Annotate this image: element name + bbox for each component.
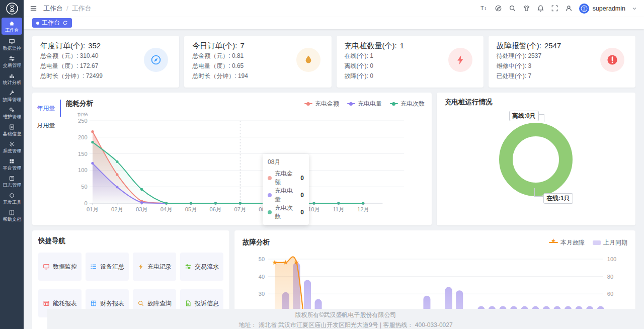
svg-text:200: 200 bbox=[78, 134, 88, 140]
devtools-icon bbox=[9, 192, 15, 199]
stat-card-line: 故障(个): 0 bbox=[345, 71, 475, 81]
sidebar-item-11[interactable]: 帮助文档 bbox=[1, 207, 23, 224]
sidebar-item-3[interactable]: 统计分析 bbox=[1, 70, 23, 87]
grid-icon bbox=[9, 158, 15, 164]
wrench-icon bbox=[9, 90, 15, 96]
svg-text:01月: 01月 bbox=[87, 206, 99, 212]
sidebar-item-label: 日志管理 bbox=[3, 182, 21, 187]
svg-text:★: ★ bbox=[272, 259, 278, 266]
sidebar-item-label: 数据监控 bbox=[3, 45, 21, 50]
sidebar: 工作台数据监控交易管理统计分析故障管理维护管理基础信息系统管理平台管理日志管理开… bbox=[0, 0, 24, 329]
quick-nav-2[interactable]: 充电记录 bbox=[133, 253, 176, 281]
stats-icon bbox=[9, 72, 15, 79]
sidebar-item-6[interactable]: 基础信息 bbox=[1, 121, 23, 138]
list-icon bbox=[90, 263, 97, 270]
online-label-connector bbox=[534, 188, 543, 197]
svg-text:t: t bbox=[485, 6, 486, 11]
pile-status-chart: 离线:0只 在线:1只 bbox=[445, 107, 627, 222]
log-icon bbox=[9, 175, 15, 182]
stat-card-0: 年度订单(个):352总金额（元）: 310.40总电量（度）: 172.67总… bbox=[32, 36, 179, 88]
svg-text:07月: 07月 bbox=[234, 206, 246, 212]
sidebar-item-7[interactable]: 系统管理 bbox=[1, 138, 23, 155]
fault-legend: ★本月故障上月同期 bbox=[549, 238, 627, 247]
app-logo bbox=[0, 0, 24, 17]
username[interactable]: superadmin bbox=[593, 5, 625, 12]
svg-text:05月: 05月 bbox=[185, 206, 197, 212]
svg-text:40: 40 bbox=[259, 274, 265, 280]
chevron-down-icon[interactable] bbox=[632, 6, 637, 11]
svg-text:06月: 06月 bbox=[210, 206, 222, 212]
profile-icon[interactable] bbox=[565, 5, 573, 12]
breadcrumb-separator: / bbox=[66, 5, 68, 12]
legend-item[interactable]: ★本月故障 bbox=[549, 238, 585, 247]
gears-icon bbox=[9, 107, 15, 113]
tab-workbench[interactable]: 工作台 bbox=[32, 18, 72, 28]
guide-icon[interactable] bbox=[495, 5, 502, 12]
refresh-icon bbox=[62, 20, 68, 26]
main-area: 工作台 / 工作台 Tt superadmin 工作台 年度订单(个): bbox=[24, 0, 644, 329]
energy-analysis-card: 年用量月用量 能耗分析 充电金额充电电量充电次数 050100150200250… bbox=[32, 93, 432, 225]
svg-text:10月: 10月 bbox=[308, 206, 320, 212]
sidebar-item-label: 故障管理 bbox=[3, 97, 21, 102]
stat-card-line: 总时长（分钟）: 194 bbox=[192, 71, 323, 81]
sidebar-item-label: 帮助文档 bbox=[3, 216, 21, 221]
svg-text:价格: 价格 bbox=[77, 113, 88, 117]
pile-status-card: 充电桩运行情况 离线:0只 在线:1只 bbox=[437, 93, 635, 225]
sidebar-item-5[interactable]: 维护管理 bbox=[1, 104, 23, 121]
legend-item[interactable]: 充电电量 bbox=[347, 100, 382, 108]
svg-text:50: 50 bbox=[81, 184, 87, 190]
energy-tab-0[interactable]: 年用量 bbox=[32, 100, 61, 117]
sidebar-item-10[interactable]: 开发工具 bbox=[1, 190, 23, 207]
active-tab-dot bbox=[36, 22, 39, 25]
legend-item[interactable]: 上月同期 bbox=[593, 238, 627, 247]
quick-nav-0[interactable]: 数据监控 bbox=[38, 253, 82, 281]
donut-ring bbox=[499, 123, 573, 196]
search-icon[interactable] bbox=[509, 5, 516, 12]
tooltip-row: 充电金额0 bbox=[268, 170, 304, 187]
breadcrumb-root[interactable]: 工作台 bbox=[43, 4, 63, 13]
sidebar-item-2[interactable]: 交易管理 bbox=[1, 53, 23, 70]
legend-item[interactable]: 充电次数 bbox=[390, 100, 425, 108]
sidebar-item-0[interactable]: 工作台 bbox=[2, 18, 22, 35]
svg-text:02月: 02月 bbox=[111, 206, 123, 212]
fullscreen-icon[interactable] bbox=[551, 5, 558, 12]
svg-text:150: 150 bbox=[78, 151, 88, 157]
sidebar-item-1[interactable]: 数据监控 bbox=[1, 36, 23, 53]
legend-item[interactable]: 充电金额 bbox=[304, 100, 339, 108]
quick-nav-title: 快捷导航 bbox=[38, 236, 223, 245]
transaction-icon bbox=[9, 55, 15, 62]
bolt-icon bbox=[448, 48, 472, 72]
sidebar-item-8[interactable]: 平台管理 bbox=[1, 155, 23, 173]
sidebar-item-label: 基础信息 bbox=[3, 131, 21, 136]
collapse-menu-icon[interactable] bbox=[30, 5, 37, 12]
tabbar: 工作台 bbox=[24, 17, 644, 29]
energy-chart-area: 能耗分析 充电金额充电电量充电次数 050100150200250价格01月02… bbox=[61, 98, 432, 221]
theme-skin-icon[interactable] bbox=[523, 5, 530, 12]
energy-range-tabs: 年用量月用量 bbox=[32, 98, 61, 221]
monitor-icon bbox=[43, 263, 50, 270]
flow-icon bbox=[185, 263, 192, 270]
alert-icon bbox=[600, 48, 624, 72]
charge-icon bbox=[137, 263, 144, 270]
energy-chart-title: 能耗分析 bbox=[66, 99, 93, 108]
breadcrumb: 工作台 / 工作台 bbox=[43, 4, 92, 13]
quick-nav-1[interactable]: 设备汇总 bbox=[86, 253, 129, 281]
user-avatar[interactable] bbox=[579, 4, 589, 14]
energy-chart-tooltip: 08月充电金额0充电电量0充电次数0 bbox=[263, 154, 309, 225]
notification-icon[interactable] bbox=[537, 5, 544, 12]
sidebar-item-label: 工作台 bbox=[5, 27, 19, 32]
svg-text:11月: 11月 bbox=[333, 206, 344, 212]
tooltip-month: 08月 bbox=[268, 158, 304, 167]
breadcrumb-current: 工作台 bbox=[72, 4, 92, 13]
sidebar-item-label: 开发工具 bbox=[3, 199, 21, 204]
energy-line-chart: 050100150200250价格01月02月03月04月05月06月07月08… bbox=[66, 113, 425, 213]
sidebar-item-4[interactable]: 故障管理 bbox=[1, 87, 23, 104]
font-size-icon[interactable]: Tt bbox=[480, 5, 488, 12]
topbar: 工作台 / 工作台 Tt superadmin bbox=[24, 0, 644, 17]
quick-nav-3[interactable]: 交易流水 bbox=[180, 253, 223, 281]
energy-tab-1[interactable]: 月用量 bbox=[32, 117, 61, 134]
address-line: 地址： 湖北省 武汉市江夏区庙山开发区阳光大道9号 | 客服热线： 400-03… bbox=[47, 319, 644, 329]
sidebar-item-label: 维护管理 bbox=[3, 114, 21, 119]
sidebar-item-9[interactable]: 日志管理 bbox=[1, 173, 23, 190]
sidebar-item-label: 交易管理 bbox=[3, 62, 21, 67]
